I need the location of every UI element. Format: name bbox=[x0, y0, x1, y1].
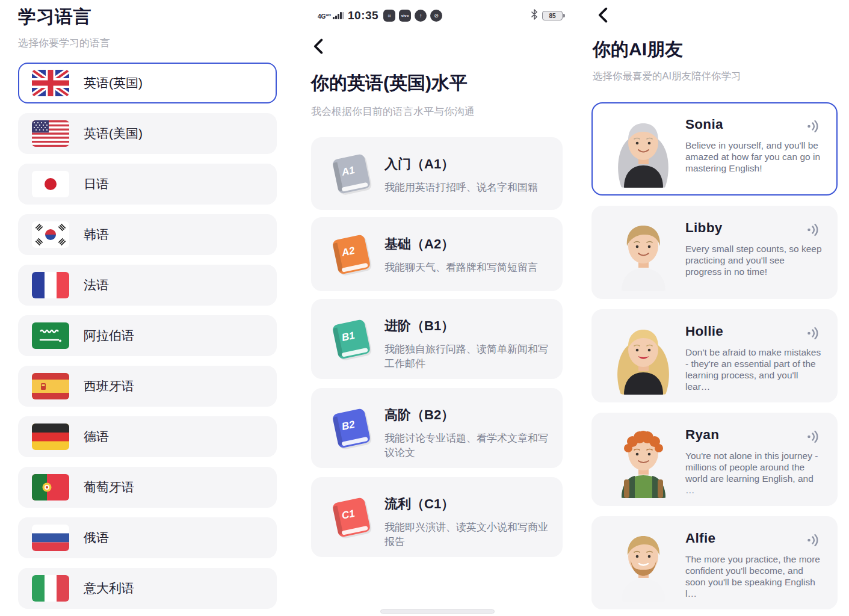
friend-quote: Believe in yourself, and you'll be amaze… bbox=[685, 140, 823, 174]
level-description: 我能用英语打招呼、说名字和国籍 bbox=[384, 180, 551, 195]
flag-uk-icon bbox=[32, 70, 69, 96]
book-a2-icon: A2 bbox=[332, 217, 371, 291]
book-c1-icon: C1 bbox=[332, 477, 371, 557]
status-time: 10:35 bbox=[348, 9, 378, 22]
language-label: 韩语 bbox=[84, 226, 109, 243]
upload-arrow-icon: ↑ bbox=[415, 10, 427, 22]
status-bar: 4GHD 10:35 ⌗ vivo ↑ ⊘ 85 bbox=[318, 8, 563, 23]
level-title: 进阶（B1） bbox=[384, 317, 551, 335]
book-b2-icon: B2 bbox=[332, 388, 371, 468]
flag-saudi-icon bbox=[32, 322, 69, 349]
level-title: 流利（C1） bbox=[384, 495, 551, 513]
level-description: 我能独自旅行问路、读简单新闻和写工作邮件 bbox=[384, 342, 551, 371]
voice-preview-icon[interactable] bbox=[806, 223, 821, 237]
page-title: 你的英语(英国)水平 bbox=[311, 71, 468, 96]
level-description: 我能讨论专业话题、看学术文章和写议论文 bbox=[384, 431, 551, 460]
language-item-italian[interactable]: 意大利语 bbox=[18, 568, 277, 609]
friend-card-alfie[interactable]: Alfie The more you practice, the more co… bbox=[591, 516, 838, 609]
friend-quote: The more you practice, the more confiden… bbox=[685, 553, 823, 599]
language-item-english-us[interactable]: 英语(美国) bbox=[18, 113, 277, 154]
level-title: 高阶（B2） bbox=[384, 406, 551, 424]
flag-france-icon bbox=[32, 272, 69, 298]
language-label: 葡萄牙语 bbox=[84, 479, 134, 496]
level-list: A1 入门（A1） 我能用英语打招呼、说名字和国籍 A2 基础（A2） 我能聊天… bbox=[311, 137, 563, 557]
level-card-b1[interactable]: B1 进阶（B1） 我能独自旅行问路、读简单新闻和写工作邮件 bbox=[311, 299, 563, 379]
flag-italy-icon bbox=[32, 575, 69, 602]
home-indicator[interactable] bbox=[380, 609, 495, 614]
friend-quote: Every small step counts, so keep practic… bbox=[685, 243, 823, 277]
flag-portugal-icon bbox=[32, 474, 69, 500]
level-card-a2[interactable]: A2 基础（A2） 我能聊天气、看路牌和写简短留言 bbox=[311, 217, 563, 291]
page-title: 你的AI朋友 bbox=[593, 37, 683, 62]
page-subtitle: 我会根据你目前的语言水平与你沟通 bbox=[311, 105, 475, 119]
voice-preview-icon[interactable] bbox=[806, 326, 821, 340]
level-card-b2[interactable]: B2 高阶（B2） 我能讨论专业话题、看学术文章和写议论文 bbox=[311, 388, 563, 468]
friend-name: Sonia bbox=[685, 117, 723, 132]
flag-japan-icon bbox=[32, 171, 69, 197]
flag-korea-icon bbox=[32, 221, 69, 248]
bluetooth-icon bbox=[531, 9, 538, 22]
voice-preview-icon[interactable] bbox=[806, 430, 821, 444]
vivo-icon: vivo bbox=[399, 10, 411, 22]
language-item-german[interactable]: 德语 bbox=[18, 416, 277, 457]
back-button[interactable] bbox=[310, 37, 328, 55]
battery-indicator: 85 bbox=[542, 11, 563, 20]
back-button[interactable] bbox=[594, 6, 613, 24]
sonia-avatar bbox=[610, 111, 678, 188]
language-list: 英语(英国) 英语(美国) 日语 bbox=[18, 63, 277, 609]
level-description: 我能即兴演讲、读英文小说和写商业报告 bbox=[384, 520, 551, 549]
friend-name: Alfie bbox=[685, 531, 715, 546]
friend-name: Hollie bbox=[685, 324, 723, 339]
friend-name: Ryan bbox=[685, 427, 719, 443]
language-item-arabic[interactable]: 阿拉伯语 bbox=[18, 315, 277, 356]
flag-germany-icon bbox=[32, 424, 69, 450]
language-item-french[interactable]: 法语 bbox=[18, 265, 277, 306]
language-label: 日语 bbox=[84, 176, 109, 192]
page-subtitle: 选择你要学习的语言 bbox=[18, 36, 110, 50]
level-card-a1[interactable]: A1 入门（A1） 我能用英语打招呼、说名字和国籍 bbox=[311, 137, 563, 210]
cellular-signal-icon: 4GHD bbox=[318, 12, 344, 19]
flag-spain-icon bbox=[32, 373, 69, 399]
book-a1-icon: A1 bbox=[332, 137, 371, 210]
language-label: 俄语 bbox=[84, 529, 109, 546]
level-select-screen: 4GHD 10:35 ⌗ vivo ↑ ⊘ 85 你的英语(英国)水平 我会根据… bbox=[283, 0, 572, 616]
app-screenshot: 学习语言 选择你要学习的语言 英语(英国) bbox=[0, 0, 849, 616]
language-item-spanish[interactable]: 西班牙语 bbox=[18, 366, 277, 407]
friend-quote: Don't be afraid to make mistakes - they'… bbox=[685, 346, 823, 392]
page-title: 学习语言 bbox=[18, 5, 91, 29]
level-title: 基础（A2） bbox=[384, 235, 551, 253]
app-notification-icon: ⌗ bbox=[383, 10, 395, 22]
friend-card-ryan[interactable]: Ryan You're not alone in this journey - … bbox=[591, 413, 838, 506]
voice-preview-icon[interactable] bbox=[806, 533, 821, 547]
friend-name: Libby bbox=[685, 220, 723, 236]
language-label: 意大利语 bbox=[84, 580, 134, 597]
language-select-screen: 学习语言 选择你要学习的语言 英语(英国) bbox=[0, 0, 283, 616]
language-label: 西班牙语 bbox=[84, 378, 134, 395]
ai-friend-select-screen: 你的AI朋友 选择你最喜爱的AI朋友陪伴你学习 bbox=[572, 0, 849, 616]
book-b1-icon: B1 bbox=[332, 299, 371, 379]
friend-quote: You're not alone in this journey - milli… bbox=[685, 450, 823, 496]
language-label: 阿拉伯语 bbox=[84, 327, 134, 344]
level-card-c1[interactable]: C1 流利（C1） 我能即兴演讲、读英文小说和写商业报告 bbox=[311, 477, 563, 557]
language-item-korean[interactable]: 韩语 bbox=[18, 214, 277, 255]
language-item-portuguese[interactable]: 葡萄牙语 bbox=[18, 467, 277, 508]
friend-list: Sonia Believe in yourself, and you'll be… bbox=[591, 102, 838, 609]
libby-avatar bbox=[610, 215, 678, 291]
level-title: 入门（A1） bbox=[384, 155, 551, 173]
friend-card-hollie[interactable]: Hollie Don't be afraid to make mistakes … bbox=[591, 309, 838, 402]
hollie-avatar bbox=[610, 318, 678, 395]
language-label: 德语 bbox=[84, 428, 109, 445]
alfie-avatar bbox=[610, 525, 678, 602]
language-label: 英语(英国) bbox=[84, 75, 143, 91]
flag-russia-icon bbox=[32, 525, 69, 551]
language-label: 法语 bbox=[84, 277, 109, 294]
friend-card-libby[interactable]: Libby Every small step counts, so keep p… bbox=[591, 206, 838, 299]
ryan-avatar bbox=[610, 422, 678, 498]
language-item-russian[interactable]: 俄语 bbox=[18, 517, 277, 558]
language-item-english-uk[interactable]: 英语(英国) bbox=[18, 63, 277, 103]
language-label: 英语(美国) bbox=[84, 125, 143, 142]
flag-us-icon bbox=[32, 120, 69, 147]
friend-card-sonia[interactable]: Sonia Believe in yourself, and you'll be… bbox=[591, 102, 838, 196]
voice-preview-icon[interactable] bbox=[806, 119, 821, 134]
language-item-japanese[interactable]: 日语 bbox=[18, 164, 277, 205]
